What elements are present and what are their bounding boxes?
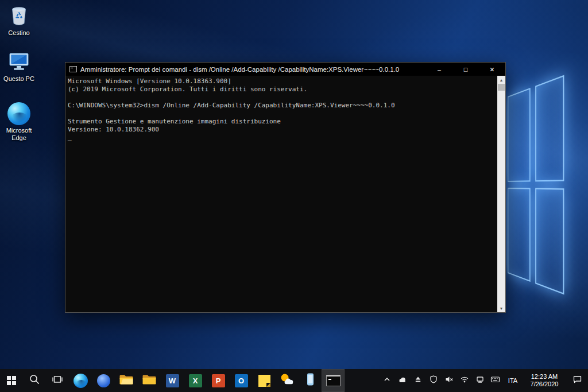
tray-volume-button[interactable] bbox=[441, 369, 457, 392]
system-tray: ITA 12:23 AM 7/26/2020 bbox=[379, 369, 588, 392]
clock-time: 12:23 AM bbox=[531, 373, 558, 381]
taskbar-app-excel[interactable]: X bbox=[184, 369, 207, 392]
logo-pane bbox=[535, 188, 564, 295]
clock-date: 7/26/2020 bbox=[531, 381, 559, 388]
desktop-icon-label: Microsoft Edge bbox=[0, 127, 38, 142]
edge-icon bbox=[74, 374, 88, 388]
console-cursor: _ bbox=[68, 134, 72, 141]
console-scrollbar[interactable]: ▲ ▼ bbox=[497, 76, 505, 312]
scroll-up-arrow-icon[interactable]: ▲ bbox=[497, 76, 505, 84]
tray-network-button[interactable] bbox=[457, 369, 472, 392]
window-title: Amministratore: Prompt dei comandi - dis… bbox=[80, 66, 426, 73]
taskbar: W X P O bbox=[0, 369, 588, 392]
taskbar-app-sticky-notes[interactable] bbox=[253, 369, 276, 392]
language-indicator[interactable]: ITA bbox=[503, 369, 523, 392]
logo-pane bbox=[508, 188, 531, 282]
desktop-icon-edge[interactable]: Microsoft Edge bbox=[0, 102, 38, 142]
volume-muted-icon bbox=[444, 375, 454, 386]
tray-ethernet-button[interactable] bbox=[472, 369, 488, 392]
task-view-icon bbox=[52, 374, 63, 387]
command-prompt-icon bbox=[326, 375, 341, 386]
title-bar[interactable]: Amministratore: Prompt dei comandi - dis… bbox=[65, 63, 505, 76]
taskbar-app-folder[interactable] bbox=[138, 369, 161, 392]
console-lines: Microsoft Windows [Versione 10.0.18363.9… bbox=[68, 77, 395, 133]
cmd-icon bbox=[69, 66, 77, 72]
taskbar-app-outlook[interactable]: O bbox=[230, 369, 253, 392]
this-pc-icon bbox=[8, 52, 30, 73]
ethernet-icon bbox=[475, 375, 485, 386]
scrollbar-thumb[interactable] bbox=[498, 84, 505, 91]
tray-touch-keyboard-button[interactable] bbox=[488, 369, 503, 392]
taskbar-app-file-explorer[interactable] bbox=[115, 369, 138, 392]
wifi-icon bbox=[460, 375, 469, 386]
keyboard-icon bbox=[490, 375, 500, 386]
tray-defender-button[interactable] bbox=[425, 369, 441, 392]
command-prompt-window: Amministratore: Prompt dei comandi - dis… bbox=[65, 62, 506, 313]
tray-eject-button[interactable] bbox=[410, 369, 425, 392]
search-icon bbox=[29, 374, 40, 387]
taskbar-app-edge[interactable] bbox=[69, 369, 92, 392]
onedrive-cloud-icon bbox=[397, 375, 407, 386]
task-view-button[interactable] bbox=[46, 369, 69, 392]
desktop-icon-label: Questo PC bbox=[3, 75, 34, 83]
powerpoint-icon: P bbox=[212, 374, 225, 387]
browser-icon bbox=[97, 374, 110, 387]
logo-pane bbox=[535, 75, 564, 182]
taskbar-app-your-phone[interactable] bbox=[299, 369, 322, 392]
excel-icon: X bbox=[189, 374, 202, 387]
start-button[interactable] bbox=[0, 369, 23, 392]
folder-icon bbox=[142, 373, 157, 388]
action-center-button[interactable] bbox=[566, 369, 588, 392]
desktop-icon-label: Cestino bbox=[8, 29, 29, 37]
edge-icon bbox=[7, 102, 30, 125]
sticky-notes-icon bbox=[258, 375, 270, 387]
console-area[interactable]: Microsoft Windows [Versione 10.0.18363.9… bbox=[65, 76, 505, 312]
window-controls: – □ ✕ bbox=[426, 63, 505, 76]
action-center-icon bbox=[572, 375, 582, 386]
scroll-down-arrow-icon[interactable]: ▼ bbox=[497, 304, 505, 312]
weather-icon bbox=[280, 372, 295, 389]
recycle-bin-icon bbox=[9, 5, 29, 28]
shield-icon bbox=[429, 375, 438, 386]
taskbar-app-browser[interactable] bbox=[92, 369, 115, 392]
phone-icon bbox=[303, 372, 318, 389]
console-text: Microsoft Windows [Versione 10.0.18363.9… bbox=[65, 76, 505, 142]
taskbar-app-weather[interactable] bbox=[276, 369, 299, 392]
desktop-icon-recycle-bin[interactable]: Cestino bbox=[0, 5, 38, 37]
close-button[interactable]: ✕ bbox=[479, 63, 505, 76]
file-explorer-icon bbox=[119, 373, 134, 388]
taskbar-app-command-prompt[interactable] bbox=[322, 369, 345, 392]
search-button[interactable] bbox=[23, 369, 46, 392]
windows-logo-icon bbox=[7, 376, 16, 385]
outlook-icon: O bbox=[235, 374, 248, 387]
tray-chevron-button[interactable] bbox=[379, 369, 394, 392]
logo-pane bbox=[508, 88, 531, 182]
tray-onedrive-button[interactable] bbox=[394, 369, 410, 392]
screen: Cestino Questo PC Microsoft Edge Amminis… bbox=[0, 0, 588, 392]
word-icon: W bbox=[166, 374, 179, 387]
desktop-icon-this-pc[interactable]: Questo PC bbox=[0, 52, 38, 83]
taskbar-clock[interactable]: 12:23 AM 7/26/2020 bbox=[523, 369, 566, 392]
chevron-up-icon bbox=[382, 375, 392, 386]
maximize-button[interactable]: □ bbox=[452, 63, 479, 76]
windows-logo-glow bbox=[508, 75, 564, 295]
taskbar-app-powerpoint[interactable]: P bbox=[207, 369, 230, 392]
minimize-button[interactable]: – bbox=[426, 63, 452, 76]
taskbar-app-word[interactable]: W bbox=[161, 369, 184, 392]
eject-icon bbox=[413, 375, 423, 386]
